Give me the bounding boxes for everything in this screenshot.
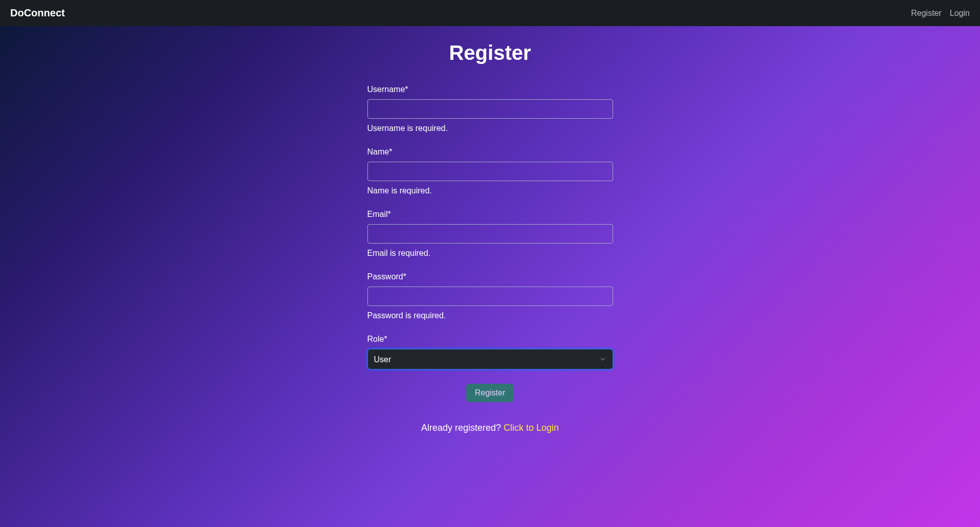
main-container: Register Username* Username is required.… [268,26,713,449]
email-error: Email is required. [367,249,613,258]
footer-text: Already registered? Click to Login [367,423,613,433]
nav-link-login[interactable]: Login [950,9,970,18]
password-label: Password* [367,272,613,281]
login-link[interactable]: Click to Login [504,423,559,433]
page-title: Register [278,41,703,64]
register-button[interactable]: Register [466,384,514,402]
email-input[interactable] [367,224,613,244]
navbar: DoConnect Register Login [0,0,980,26]
form-group-role: Role* User [367,335,613,369]
form-group-email: Email* Email is required. [367,210,613,258]
brand-logo[interactable]: DoConnect [10,7,65,19]
form-group-password: Password* Password is required. [367,272,613,320]
nav-links: Register Login [911,9,970,18]
role-label: Role* [367,335,613,344]
form-group-name: Name* Name is required. [367,147,613,195]
name-error: Name is required. [367,186,613,195]
username-input[interactable] [367,99,613,119]
name-label: Name* [367,147,613,157]
username-label: Username* [367,85,613,94]
username-error: Username is required. [367,124,613,133]
email-label: Email* [367,210,613,219]
nav-link-register[interactable]: Register [911,9,942,18]
name-input[interactable] [367,162,613,181]
role-select[interactable]: User [367,349,613,369]
form-group-username: Username* Username is required. [367,85,613,133]
register-form: Username* Username is required. Name* Na… [367,85,613,433]
password-error: Password is required. [367,311,613,320]
footer-prompt: Already registered? [421,423,504,433]
password-input[interactable] [367,287,613,306]
